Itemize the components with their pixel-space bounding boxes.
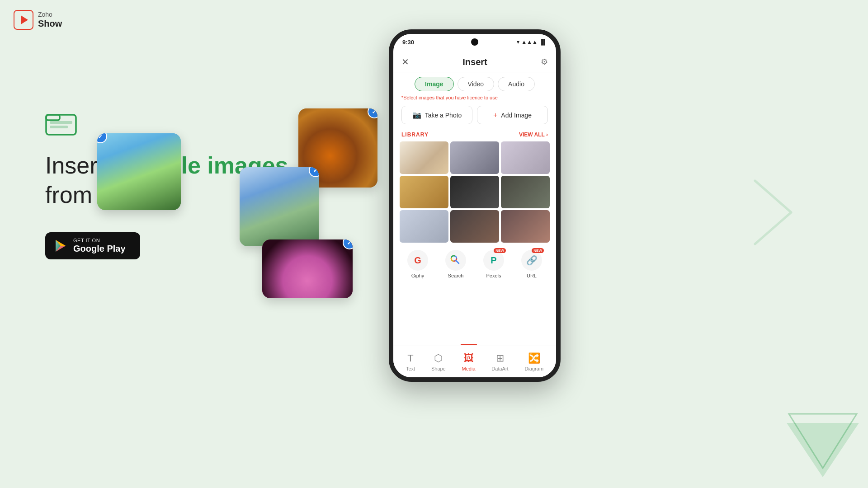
source-icons: G Giphy Search P	[393, 247, 556, 283]
logo-zoho-label: Zoho	[38, 11, 62, 18]
grid-image-4[interactable]	[400, 176, 448, 208]
status-time: 9:30	[402, 39, 414, 46]
image-grid	[393, 141, 556, 247]
insert-header: ✕ Insert ⚙	[393, 50, 556, 72]
search-source-icon	[445, 250, 466, 271]
tab-audio[interactable]: Audio	[498, 77, 535, 91]
close-button[interactable]: ✕	[401, 56, 409, 67]
view-all-button[interactable]: VIEW ALL ›	[519, 131, 548, 138]
add-image-button[interactable]: + Add Image	[477, 106, 548, 124]
pexels-label: Pexels	[486, 273, 501, 278]
google-play-button[interactable]: GET IT ON Google Play	[45, 232, 140, 259]
tab-image[interactable]: Image	[415, 77, 453, 91]
bottom-nav: T Text ⬡ Shape 🖼 Media ⊞ DataArt 🔀 Diagr…	[393, 346, 556, 377]
pexels-icon: P NEW	[483, 250, 504, 271]
library-header: LIBRARY VIEW ALL ›	[393, 129, 556, 141]
google-play-text: GET IT ON Google Play	[73, 238, 126, 254]
camera-icon: 📷	[412, 111, 421, 119]
source-giphy[interactable]: G Giphy	[400, 250, 436, 278]
settings-button[interactable]: ⚙	[541, 57, 548, 67]
logo-play-icon	[21, 15, 28, 24]
url-new-badge: NEW	[532, 248, 544, 253]
nav-text-label: Text	[406, 366, 415, 371]
grid-image-1[interactable]	[400, 141, 448, 174]
logo-area: Zoho Show	[14, 10, 62, 30]
url-icon: 🔗 NEW	[521, 250, 542, 271]
search-label: Search	[448, 273, 464, 278]
svg-marker-17	[787, 423, 859, 477]
add-image-label: Add Image	[501, 112, 532, 119]
source-url[interactable]: 🔗 NEW URL	[514, 250, 550, 278]
nav-dataart[interactable]: ⊞ DataArt	[487, 350, 513, 374]
pexels-new-badge: NEW	[494, 248, 506, 253]
giphy-icon: G	[407, 250, 428, 271]
grid-image-3[interactable]	[501, 141, 550, 174]
battery-icon: ▐▌	[539, 39, 547, 45]
svg-rect-2	[50, 121, 72, 124]
nav-diagram[interactable]: 🔀 Diagram	[520, 350, 548, 374]
take-photo-label: Take a Photo	[425, 112, 462, 119]
svg-line-15	[456, 261, 459, 264]
float-image-pink-flowers	[262, 239, 353, 298]
take-photo-button[interactable]: 📷 Take a Photo	[401, 106, 472, 124]
svg-rect-3	[50, 126, 68, 128]
grid-image-8[interactable]	[450, 210, 499, 243]
phone-notch	[471, 38, 478, 46]
logo-text: Zoho Show	[38, 11, 62, 28]
insert-title: Insert	[462, 57, 487, 67]
get-it-on-label: GET IT ON	[73, 238, 126, 243]
phone-mockup: 9:30 ▾ ▲▲▲ ▐▌ ✕ Insert ⚙ Image Video Aud…	[389, 29, 561, 382]
giphy-label: Giphy	[411, 273, 425, 278]
nav-shape[interactable]: ⬡ Shape	[427, 350, 450, 374]
float-image-cherry	[97, 133, 181, 210]
grid-image-6[interactable]	[501, 176, 550, 208]
svg-rect-0	[46, 115, 76, 135]
nav-media[interactable]: 🖼 Media	[458, 350, 480, 374]
action-buttons: 📷 Take a Photo + Add Image	[393, 103, 556, 129]
signal-icon: ▲▲▲	[521, 39, 538, 45]
license-note: *Select images that you have licence to …	[393, 94, 556, 103]
float-image-lavender	[240, 167, 319, 246]
decorative-arrow	[787, 405, 859, 479]
wifi-icon: ▾	[517, 39, 519, 45]
text-nav-icon: T	[407, 352, 413, 364]
shape-nav-icon: ⬡	[434, 352, 443, 364]
google-play-icon	[54, 239, 67, 252]
phone-content: ✕ Insert ⚙ Image Video Audio *Select ima…	[393, 50, 556, 377]
nav-active-indicator	[461, 344, 477, 345]
view-all-label: VIEW ALL	[519, 131, 545, 138]
plus-icon: +	[493, 111, 497, 119]
url-label: URL	[527, 273, 537, 278]
media-nav-icon: 🖼	[464, 352, 474, 364]
tabs-row: Image Video Audio	[393, 72, 556, 94]
library-label: LIBRARY	[401, 131, 429, 138]
nav-shape-label: Shape	[431, 366, 446, 371]
decorative-chevron	[746, 172, 800, 255]
tab-video[interactable]: Video	[458, 77, 495, 91]
dataart-nav-icon: ⊞	[496, 352, 504, 364]
status-icons: ▾ ▲▲▲ ▐▌	[517, 39, 547, 45]
source-search[interactable]: Search	[438, 250, 474, 278]
nav-dataart-label: DataArt	[491, 366, 508, 371]
nav-media-label: Media	[462, 366, 476, 371]
diagram-nav-icon: 🔀	[528, 352, 540, 364]
nav-text[interactable]: T Text	[401, 350, 420, 374]
grid-image-5[interactable]	[450, 176, 499, 208]
source-pexels[interactable]: P NEW Pexels	[476, 250, 512, 278]
nav-diagram-label: Diagram	[524, 366, 543, 371]
grid-image-2[interactable]	[450, 141, 499, 174]
google-play-label: Google Play	[73, 243, 126, 254]
logo-show-label: Show	[38, 19, 62, 28]
grid-image-9[interactable]	[501, 210, 550, 243]
logo-icon	[14, 10, 33, 30]
grid-image-7[interactable]	[400, 210, 448, 243]
